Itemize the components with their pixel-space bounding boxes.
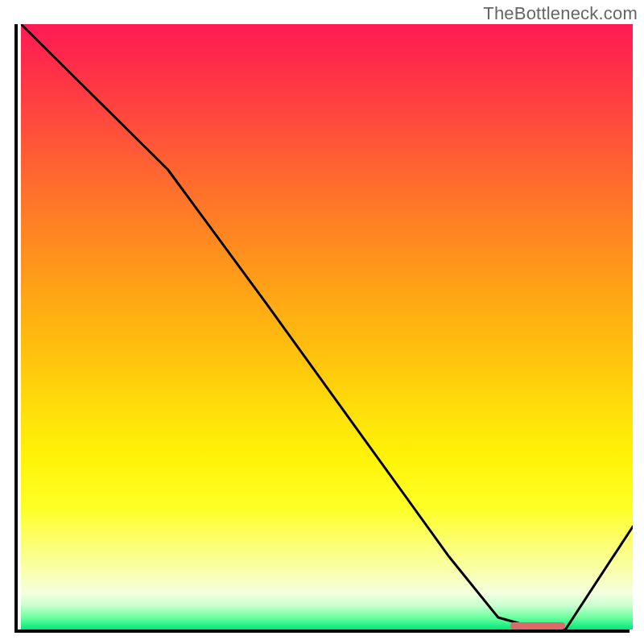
optimal-range-marker (510, 622, 565, 630)
plot-area (21, 24, 633, 630)
chart-root: TheBottleneck.com (0, 0, 644, 644)
plot-frame (14, 24, 630, 633)
curve-layer (21, 24, 633, 630)
attribution-text: TheBottleneck.com (483, 3, 638, 24)
bottleneck-curve (21, 24, 633, 630)
